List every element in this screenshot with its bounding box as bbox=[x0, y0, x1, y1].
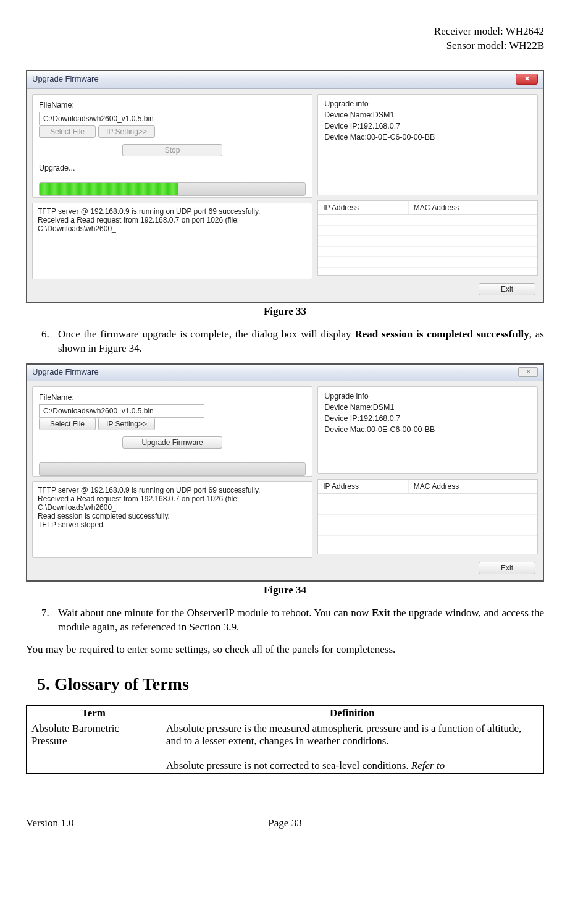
upgrade-info-panel: Upgrade info Device Name:DSM1 Device IP:… bbox=[317, 94, 538, 195]
glossary-table: Term Definition Absolute Barometric Pres… bbox=[26, 705, 544, 774]
select-file-button: Select File bbox=[39, 125, 96, 138]
ip-setting-button: IP Setting>> bbox=[98, 125, 155, 138]
exit-button[interactable]: Exit bbox=[479, 562, 535, 574]
upgrade-info-panel: Upgrade info Device Name:DSM1 Device IP:… bbox=[317, 386, 538, 474]
progress-bar bbox=[39, 462, 306, 476]
dialog-title: Upgrade Firmware bbox=[32, 74, 99, 83]
filename-label: FileName: bbox=[39, 101, 306, 109]
settings-note: You may be required to enter some settin… bbox=[26, 643, 544, 656]
upgrade-firmware-button[interactable]: Upgrade Firmware bbox=[122, 436, 222, 449]
filename-input[interactable]: C:\Downloads\wh2600_v1.0.5.bin bbox=[39, 404, 204, 418]
figure34-dialog: Upgrade Firmware ✕ FileName: C:\Download… bbox=[26, 363, 544, 582]
figure33-caption: Figure 33 bbox=[26, 305, 544, 318]
info-device-mac: Device Mac:00-0E-C6-00-00-BB bbox=[324, 424, 531, 435]
step-6: Once the firmware upgrade is complete, t… bbox=[52, 328, 544, 356]
info-title: Upgrade info bbox=[324, 98, 531, 109]
ip-setting-button[interactable]: IP Setting>> bbox=[98, 418, 155, 430]
section-5-title: 5. Glossary of Terms bbox=[37, 674, 544, 694]
step-7: Wait about one minute for the ObserverIP… bbox=[52, 606, 544, 635]
ip-column-header: IP Address bbox=[318, 201, 409, 214]
info-device-name: Device Name:DSM1 bbox=[324, 402, 531, 413]
term-header: Term bbox=[27, 705, 161, 721]
definition-header: Definition bbox=[161, 705, 543, 721]
filename-panel: FileName: C:\Downloads\wh2600_v1.0.5.bin… bbox=[32, 386, 312, 477]
stop-button[interactable]: Stop bbox=[122, 144, 222, 156]
ip-column-header: IP Address bbox=[318, 480, 409, 493]
ip-mac-table: IP Address MAC Address bbox=[317, 200, 538, 276]
dialog-title: Upgrade Firmware bbox=[32, 367, 99, 376]
definition-cell: Absolute pressure is the measured atmosp… bbox=[161, 721, 543, 773]
dialog-titlebar: Upgrade Firmware ✕ bbox=[27, 365, 543, 381]
close-icon[interactable]: ✕ bbox=[518, 367, 538, 377]
dialog-titlebar: Upgrade Firmware ✕ bbox=[27, 71, 543, 89]
figure33-dialog: Upgrade Firmware ✕ FileName: C:\Download… bbox=[26, 70, 544, 303]
close-icon[interactable]: ✕ bbox=[516, 74, 538, 85]
figure34-caption: Figure 34 bbox=[26, 584, 544, 596]
info-device-mac: Device Mac:00-0E-C6-00-00-BB bbox=[324, 132, 531, 143]
table-row: Absolute Barometric Pressure Absolute pr… bbox=[27, 721, 544, 773]
mac-column-header: MAC Address bbox=[409, 201, 519, 214]
filename-panel: FileName: C:\Downloads\wh2600_v1.0.5.bin… bbox=[32, 94, 312, 198]
info-device-name: Device Name:DSM1 bbox=[324, 109, 531, 121]
filename-label: FileName: bbox=[39, 393, 306, 402]
exit-button[interactable]: Exit bbox=[479, 283, 535, 295]
page-header: Receiver model: WH2642 Sensor model: WH2… bbox=[26, 25, 544, 53]
footer-version: Version 1.0 bbox=[26, 817, 73, 829]
info-device-ip: Device IP:192.168.0.7 bbox=[324, 121, 531, 132]
term-cell: Absolute Barometric Pressure bbox=[27, 721, 161, 773]
filename-input[interactable]: C:\Downloads\wh2600_v1.0.5.bin bbox=[39, 112, 204, 125]
info-title: Upgrade info bbox=[324, 391, 531, 402]
log-textarea[interactable]: TFTP server @ 192.168.0.9 is running on … bbox=[32, 481, 312, 558]
log-textarea[interactable]: TFTP server @ 192.168.0.9 is running on … bbox=[32, 203, 312, 279]
footer-page: Page 33 bbox=[268, 817, 301, 829]
header-divider bbox=[26, 56, 544, 56]
sensor-model: Sensor model: WH22B bbox=[26, 39, 544, 53]
select-file-button[interactable]: Select File bbox=[39, 418, 96, 430]
upgrade-status: Upgrade... bbox=[39, 164, 306, 172]
mac-column-header: MAC Address bbox=[409, 480, 519, 493]
progress-bar bbox=[39, 182, 306, 196]
info-device-ip: Device IP:192.168.0.7 bbox=[324, 413, 531, 424]
receiver-model: Receiver model: WH2642 bbox=[26, 25, 544, 39]
ip-mac-table: IP Address MAC Address bbox=[317, 479, 538, 554]
